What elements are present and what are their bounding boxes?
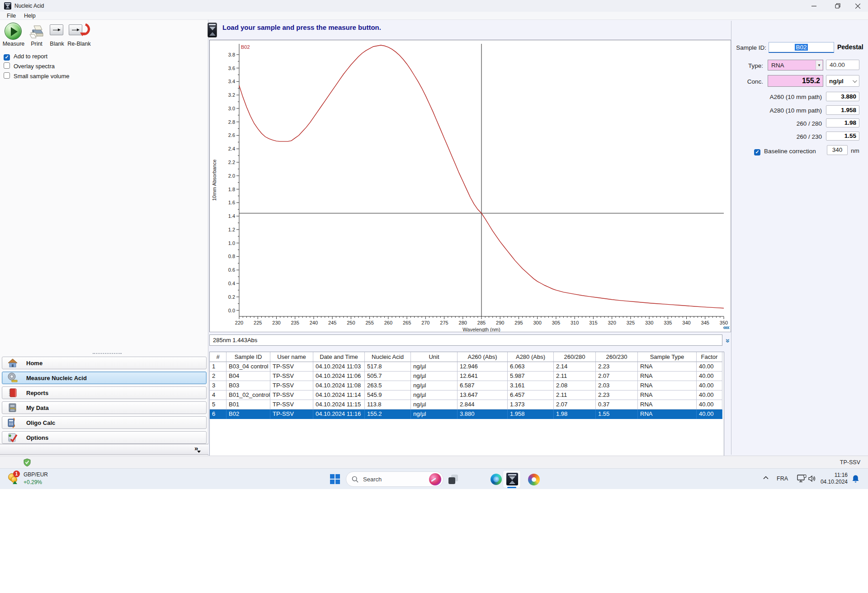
reblank-button[interactable] (69, 24, 91, 36)
sidebar-item-home[interactable]: Home (2, 357, 207, 369)
table-row[interactable]: 2B04TP-SSV04.10.2024 11:06505.7ng/µl12.6… (210, 372, 724, 381)
overlay-spectra-checkbox[interactable] (4, 62, 10, 71)
print-button[interactable] (28, 24, 45, 41)
tape-measure-icon (7, 372, 18, 383)
table-header-cell[interactable]: Unit (411, 352, 458, 362)
table-row[interactable]: 1B03_04 controlTP-SSV04.10.2024 11:03517… (210, 362, 724, 372)
table-cell: 2.11 (554, 372, 596, 381)
table-cell: 1.373 (508, 400, 554, 409)
table-row[interactable]: 6B02TP-SSV04.10.2024 11:16155.2ng/µl3.88… (210, 409, 724, 419)
sidebar-item-reports[interactable]: Reports (2, 386, 207, 399)
table-header-cell[interactable]: Nucleic Acid (365, 352, 411, 362)
search-box[interactable]: Search (346, 471, 443, 487)
close-button[interactable] (847, 0, 868, 12)
expand-results-icon[interactable]: » (724, 335, 732, 345)
notification-bell-icon[interactable] (852, 475, 859, 483)
table-row[interactable]: 3B03TP-SSV04.10.2024 11:08263.5ng/µl6.58… (210, 381, 724, 391)
svg-text:1.6: 1.6 (228, 200, 235, 205)
tray-expand-icon[interactable] (763, 476, 769, 480)
type-dropdown[interactable]: RNA ▼ (768, 60, 823, 71)
options-check-icon (7, 432, 18, 443)
task-view-button[interactable] (448, 475, 458, 484)
measure-button[interactable] (5, 23, 22, 40)
sidebar-item-measure-nucleic-acid[interactable]: Measure Nucleic Acid (2, 372, 207, 384)
table-header-row: #Sample IDUser nameDate and TimeNucleic … (210, 352, 724, 362)
search-highlights-icon[interactable] (429, 473, 441, 485)
svg-text:285: 285 (477, 320, 486, 325)
a260-value: 3.880 (826, 92, 859, 101)
table-cell: TP-SSV (270, 372, 313, 381)
table-header-cell[interactable]: 260/230 (596, 352, 638, 362)
table-header-cell[interactable]: 260/280 (554, 352, 596, 362)
network-icon[interactable] (797, 475, 807, 483)
svg-text:265: 265 (403, 320, 411, 325)
table-header-cell[interactable]: Factor (697, 352, 722, 362)
table-cell: 2.23 (596, 362, 638, 372)
table-header-cell[interactable]: A280 (Abs) (508, 352, 554, 362)
dropdown-chevron-icon (853, 78, 857, 83)
svg-text:Wavelength (nm): Wavelength (nm) (462, 327, 500, 332)
table-cell: RNA (638, 409, 697, 419)
sample-id-label: Sample ID: (721, 44, 766, 51)
sidebar-item-my-data[interactable]: My Data (2, 401, 207, 414)
table-header-cell[interactable]: Sample Type (638, 352, 697, 362)
table-cell: 40.00 (697, 372, 722, 381)
table-cell: 6.063 (508, 362, 554, 372)
report-book-icon (7, 387, 18, 398)
table-cell: ng/µl (411, 381, 458, 391)
paint-app-icon[interactable] (528, 474, 540, 485)
unit-dropdown[interactable]: ng/µl (826, 75, 859, 87)
svg-text:230: 230 (272, 320, 280, 325)
menu-help[interactable]: Help (24, 13, 36, 19)
panel-splitter-handle[interactable] (93, 353, 122, 354)
table-cell: 04.10.2024 11:15 (313, 400, 365, 409)
collapse-chart-icon[interactable]: «« (723, 323, 729, 331)
svg-text:2.2: 2.2 (228, 160, 235, 165)
svg-text:0.2: 0.2 (228, 294, 235, 300)
table-header-cell[interactable]: Sample ID (226, 352, 270, 362)
current-user: TP-SSV (840, 459, 860, 466)
factor-field[interactable]: 40.00 (826, 60, 859, 70)
table-cell: 2.03 (596, 381, 638, 391)
table-cell: B01_02_control (226, 391, 270, 400)
svg-text:345: 345 (701, 320, 709, 325)
menu-file[interactable]: File (7, 13, 16, 19)
small-sample-volume-checkbox[interactable] (4, 72, 10, 80)
sidebar-item-oligo-calc[interactable]: Oligo Calc (2, 416, 207, 429)
tray-time: 11:16 (807, 472, 848, 479)
table-header-cell[interactable]: User name (270, 352, 313, 362)
sidebar-item-options[interactable]: Options (2, 431, 207, 444)
table-header-cell[interactable]: Date and Time (313, 352, 365, 362)
table-cell: 2.08 (554, 381, 596, 391)
table-header-cell[interactable]: # (210, 352, 226, 362)
table-cell: 40.00 (697, 400, 722, 409)
add-to-report-checkbox[interactable] (4, 52, 10, 61)
table-cell: 155.2 (365, 409, 411, 419)
table-cell: 2.07 (554, 400, 596, 409)
clock[interactable]: 11:16 04.10.2024 (807, 472, 848, 485)
table-row[interactable]: 4B01_02_controlTP-SSV04.10.2024 11:14545… (210, 391, 724, 400)
screen: Nucleic Acid File Help Measure Print (0, 0, 868, 593)
sample-id-input[interactable]: B02 (769, 42, 834, 53)
table-cell: RNA (638, 362, 697, 372)
baseline-wavelength-field[interactable]: 340 (827, 145, 848, 155)
restore-button[interactable] (827, 0, 848, 12)
svg-text:295: 295 (514, 320, 523, 325)
baseline-unit-label: nm (851, 147, 859, 154)
dropdown-arrow-icon: ▼ (816, 61, 822, 70)
table-row[interactable]: 5B01TP-SSV04.10.2024 11:15113.8ng/µl2.84… (210, 400, 724, 409)
widget-change: +0.29% (24, 479, 42, 485)
start-button[interactable] (330, 474, 340, 484)
table-header-cell[interactable]: A260 (Abs) (458, 352, 508, 362)
spectrum-chart[interactable]: 2202252302352402452502552602652702752802… (210, 40, 731, 332)
nucleic-acid-app-taskbar-icon[interactable] (503, 470, 521, 488)
language-indicator[interactable]: FRA (777, 475, 788, 482)
widgets-button[interactable]: 1 GBP/EUR +0.29% (0, 469, 90, 489)
baseline-correction-checkbox[interactable] (754, 147, 760, 155)
table-cell: TP-SSV (270, 400, 313, 409)
ratio-260-230-label: 260 / 230 (777, 133, 822, 140)
minimize-button[interactable] (803, 0, 824, 12)
overlay-spectra-label: Overlay spectra (14, 63, 55, 70)
blank-button[interactable] (50, 24, 63, 35)
edge-browser-icon[interactable] (491, 474, 502, 485)
